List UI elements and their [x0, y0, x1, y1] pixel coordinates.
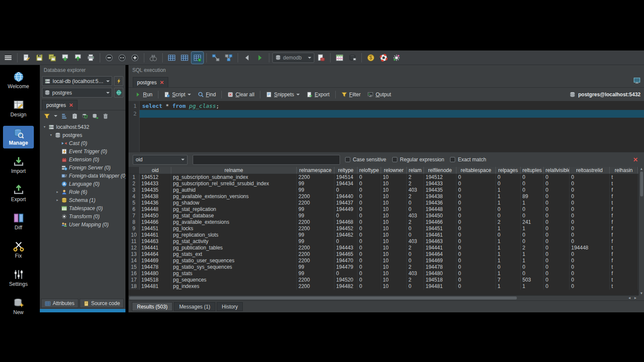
cell[interactable]: 0	[544, 193, 569, 200]
cell[interactable]: pg_sequences	[171, 277, 297, 283]
tab-messages-1-[interactable]: Messages (1)	[174, 302, 215, 311]
delete-icon[interactable]	[102, 113, 109, 119]
cell[interactable]: 1	[496, 193, 521, 200]
cell[interactable]: 0	[569, 277, 610, 283]
cell[interactable]: pg_stats	[171, 270, 297, 277]
cell[interactable]: 0	[358, 174, 381, 181]
run-button[interactable]: Run	[132, 90, 155, 99]
cell[interactable]: 1	[496, 283, 521, 290]
twisty-icon[interactable]: ▸	[55, 190, 60, 194]
cell[interactable]: 2200	[297, 219, 334, 226]
cell[interactable]: 194463	[140, 238, 171, 245]
cell[interactable]: 0	[569, 213, 610, 219]
cell[interactable]: pg_subscription_subname_index	[171, 174, 297, 181]
table-row[interactable]: 17194518pg_sequences22001945200102194518…	[128, 277, 638, 283]
table-row[interactable]: 18194481pg_indexes2200194482010019448101…	[128, 283, 638, 290]
cell[interactable]: 194470	[334, 258, 358, 264]
cell[interactable]: 194433	[424, 181, 456, 187]
cell[interactable]: 194438	[424, 193, 456, 200]
sql-editor[interactable]: 12 select * from pg_class;	[128, 101, 644, 152]
cell[interactable]: 0	[358, 251, 381, 258]
cell[interactable]: 0	[358, 270, 381, 277]
row-number[interactable]: 12	[128, 245, 140, 251]
cell[interactable]: 10	[381, 238, 407, 245]
cell[interactable]: 0	[569, 258, 610, 264]
schema-diagram-icon[interactable]	[223, 52, 235, 64]
cell[interactable]: 0	[456, 181, 496, 187]
row-number[interactable]: 17	[128, 277, 140, 283]
cell[interactable]: pg_stat_activity	[171, 238, 297, 245]
tab-results-503-[interactable]: Results (503)	[132, 302, 173, 311]
cell[interactable]: 10	[381, 270, 407, 277]
cell[interactable]: 10	[381, 174, 407, 181]
filter-search-input[interactable]	[193, 155, 340, 165]
cell[interactable]: 194463	[424, 238, 456, 245]
cell[interactable]: 0	[334, 187, 358, 193]
scroll-up-icon[interactable]: ▲	[638, 167, 644, 171]
cell[interactable]: t	[610, 181, 638, 187]
row-number[interactable]: 4	[128, 193, 140, 200]
checkbox-box[interactable]	[392, 157, 397, 162]
cell[interactable]: f	[610, 219, 638, 226]
cell[interactable]: 0	[407, 258, 424, 264]
search-icon[interactable]	[147, 52, 159, 64]
row-number[interactable]: 10	[128, 232, 140, 238]
cell[interactable]: 194450	[140, 213, 171, 219]
sql-code[interactable]: select * from pg_class;	[140, 101, 644, 152]
cell[interactable]: 2	[407, 264, 424, 270]
table-row[interactable]: 15194478pg_statio_sys_sequences991944790…	[128, 264, 638, 270]
column-header-relfilenode[interactable]: relfilenode	[424, 167, 456, 174]
load-from-file-icon[interactable]	[59, 52, 71, 64]
cell[interactable]: 194461	[424, 232, 456, 238]
cell[interactable]: 10	[381, 232, 407, 238]
cell[interactable]: 0	[521, 264, 544, 270]
cell[interactable]: 99	[297, 213, 334, 219]
cell[interactable]: 2200	[297, 245, 334, 251]
cell[interactable]: 10	[381, 187, 407, 193]
cell[interactable]: 10	[381, 193, 407, 200]
cell[interactable]: 1	[496, 200, 521, 206]
cell[interactable]: 0	[544, 238, 569, 245]
cell[interactable]: 0	[456, 219, 496, 226]
export-objects-icon[interactable]	[92, 113, 98, 119]
cell[interactable]: t	[610, 264, 638, 270]
cell[interactable]: 194451	[424, 226, 456, 232]
cell[interactable]: 0	[569, 219, 610, 226]
column-header-reltuples[interactable]: reltuples	[521, 167, 544, 174]
cell[interactable]: 99	[297, 181, 334, 187]
table-row[interactable]: 9194451pg_locks2200194452010019445101100…	[128, 226, 638, 232]
zoom-in-icon[interactable]	[129, 52, 141, 64]
cell[interactable]: 10	[381, 200, 407, 206]
cell[interactable]: 0	[521, 206, 544, 213]
cell[interactable]: 0	[569, 181, 610, 187]
filter-objects-icon[interactable]	[44, 113, 50, 119]
cell[interactable]: 194518	[140, 277, 171, 283]
cell[interactable]: 194465	[334, 251, 358, 258]
output-button[interactable]: Output	[364, 90, 394, 99]
cell[interactable]: 194466	[424, 219, 456, 226]
nav-item-diff[interactable]: Diff	[3, 211, 34, 233]
row-number[interactable]: 15	[128, 264, 140, 270]
row-number[interactable]: 16	[128, 270, 140, 277]
cell[interactable]: 0	[407, 251, 424, 258]
nav-item-settings[interactable]: Settings	[3, 267, 34, 290]
cell[interactable]: 0	[544, 181, 569, 187]
cell[interactable]: 0	[456, 283, 496, 290]
scroll-left-icon[interactable]: ◄	[626, 296, 632, 300]
tree-item-event-trigger[interactable]: Event Trigger (0)	[40, 147, 125, 155]
cell[interactable]: 0	[456, 264, 496, 270]
row-number[interactable]: 5	[128, 200, 140, 206]
scroll-down-icon[interactable]: ▼	[638, 291, 644, 295]
table-row[interactable]: 7194450pg_stat_database99001040319445000…	[128, 213, 638, 219]
cell[interactable]: 194466	[140, 219, 171, 226]
tree-item-schema[interactable]: ▸Schema (1)	[40, 196, 125, 204]
cell[interactable]: 194520	[334, 277, 358, 283]
tree-item-foreign-server[interactable]: Foreign Server (0)	[40, 163, 125, 172]
cell[interactable]: 99	[297, 187, 334, 193]
cell[interactable]: 194435	[140, 187, 171, 193]
cell[interactable]: pg_stats_ext	[171, 251, 297, 258]
cell[interactable]: 0	[521, 232, 544, 238]
cell[interactable]: 194436	[424, 200, 456, 206]
vertical-scroll-thumb[interactable]	[640, 172, 643, 196]
cell[interactable]: 2	[407, 181, 424, 187]
